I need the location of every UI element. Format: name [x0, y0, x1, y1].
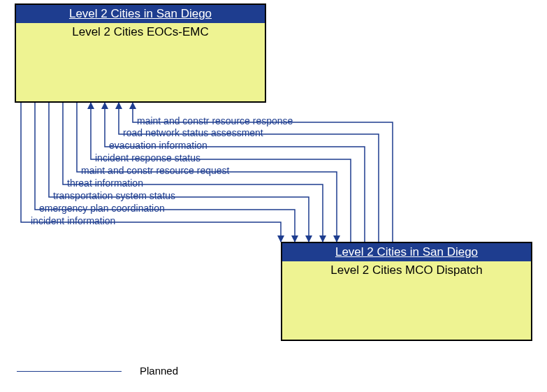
flow-label: threat information [67, 177, 143, 189]
flow-label: maint and constr resource response [137, 115, 293, 126]
diagram-canvas: Level 2 Cities in San Diego Level 2 Citi… [0, 0, 547, 392]
node-eocs-emc: Level 2 Cities in San Diego Level 2 Citi… [15, 3, 266, 103]
flow-label: transportation system status [53, 190, 175, 201]
flow-label: incident response status [95, 152, 200, 164]
flow-label: evacuation information [109, 140, 207, 151]
flow-label: maint and constr resource request [81, 165, 229, 176]
node-eocs-emc-sub: Level 2 Cities EOCs-EMC [16, 23, 265, 41]
node-mco-dispatch: Level 2 Cities in San Diego Level 2 Citi… [281, 242, 532, 341]
legend-line-planned [17, 371, 122, 372]
node-mco-dispatch-header: Level 2 Cities in San Diego [282, 243, 531, 261]
node-eocs-emc-header: Level 2 Cities in San Diego [16, 5, 265, 23]
node-mco-dispatch-sub: Level 2 Cities MCO Dispatch [282, 261, 531, 280]
flow-label: incident information [31, 215, 115, 226]
flow-label: emergency plan coordination [39, 203, 165, 214]
flow-label: road network status assessment [123, 127, 263, 138]
legend-label-planned: Planned [140, 365, 178, 377]
